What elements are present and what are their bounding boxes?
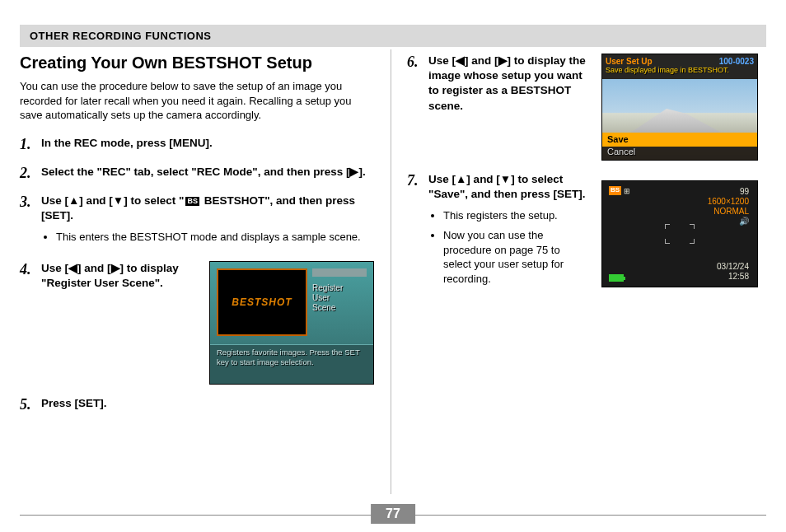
bullet-item: This registers the setup. xyxy=(443,208,590,223)
step-number: 2. xyxy=(20,165,41,182)
bullet-item: Now you can use the procedure on page 75… xyxy=(443,228,590,286)
step-number: 5. xyxy=(20,396,41,413)
step-5: 5. Press [SET]. xyxy=(20,396,374,413)
step-text: Use [▲] and [▼] to select "Save", and th… xyxy=(428,173,586,200)
step-number: 7. xyxy=(407,172,428,189)
figure-rec-screen: BS ⊞ 99 1600×1200 NORMAL 🔊 03/12/24 12:5… xyxy=(601,180,758,287)
bullet-item: This enters the BESTSHOT mode and displa… xyxy=(56,230,374,245)
step-3: 3. Use [▲] and [▼] to select "BS BESTSHO… xyxy=(20,194,374,250)
step-number: 1. xyxy=(20,136,41,153)
bestshot-logo: BESTSHOT xyxy=(232,296,292,309)
bs-badge: BS xyxy=(609,186,621,195)
bs-icon: BS xyxy=(185,197,199,206)
save-message: Save displayed image in BESTSHOT. xyxy=(606,66,729,75)
step-text: Use [◀] and [▶] to display "Register Use… xyxy=(41,262,179,289)
intro-paragraph: You can use the procedure below to save … xyxy=(20,79,374,123)
step-text: Use [◀] and [▶] to display the image who… xyxy=(428,54,586,112)
step-text: Select the "REC" tab, select "REC Mode",… xyxy=(41,166,366,178)
page-title: Creating Your Own BESTSHOT Setup xyxy=(20,54,374,72)
mode-icon: ⊞ xyxy=(624,186,630,196)
time-label: 12:58 xyxy=(728,271,749,282)
page-footer: 77 xyxy=(20,515,766,516)
bestshot-frame: BESTSHOT xyxy=(217,268,307,336)
step-2: 2. Select the "REC" tab, select "REC Mod… xyxy=(20,165,374,182)
step-6: 6. Use [◀] and [▶] to display the image … xyxy=(407,54,758,161)
figure-save-image: User Set Up 100-0023 Save displayed imag… xyxy=(601,54,758,161)
procedure-list-right: 6. Use [◀] and [▶] to display the image … xyxy=(407,54,758,291)
left-column: Creating Your Own BESTSHOT Setup You can… xyxy=(20,54,389,425)
procedure-list: 1. In the REC mode, press [MENU]. 2. Sel… xyxy=(20,136,374,413)
battery-fill xyxy=(610,275,623,281)
step-number: 3. xyxy=(20,194,41,211)
step-bullets: This registers the setup. Now you can us… xyxy=(443,208,590,286)
speaker-icon: 🔊 xyxy=(739,216,749,227)
focus-frame xyxy=(665,224,695,244)
step-text: Use [▲] and [▼] to select "BS BESTSHOT",… xyxy=(41,194,355,222)
cancel-option: Cancel xyxy=(607,146,635,158)
step-bullets: This enters the BESTSHOT mode and displa… xyxy=(56,230,374,245)
step-1: 1. In the REC mode, press [MENU]. xyxy=(20,136,374,153)
register-label: Register User Scene xyxy=(312,283,367,313)
step-number: 6. xyxy=(407,54,428,71)
content-columns: Creating Your Own BESTSHOT Setup You can… xyxy=(20,54,766,425)
manual-page: OTHER RECORDING FUNCTIONS Creating Your … xyxy=(0,0,786,532)
step-text: Press [SET]. xyxy=(41,397,107,409)
step-4: 4. Use [◀] and [▶] to display "Register … xyxy=(20,261,374,385)
figure-register-scene: BESTSHOT Register User Scene Registers f… xyxy=(209,261,374,385)
figure-caption: Registers favorite images. Press the SET… xyxy=(210,344,373,373)
scrollbar-stub xyxy=(312,268,367,277)
section-header: OTHER RECORDING FUNCTIONS xyxy=(20,25,766,47)
save-option: Save xyxy=(602,133,757,147)
step-text: In the REC mode, press [MENU]. xyxy=(41,137,213,149)
right-column: 6. Use [◀] and [▶] to display the image … xyxy=(389,54,758,425)
step-number: 4. xyxy=(20,261,41,278)
step-7: 7. Use [▲] and [▼] to select "Save", and… xyxy=(407,172,758,291)
page-number: 77 xyxy=(371,504,415,524)
